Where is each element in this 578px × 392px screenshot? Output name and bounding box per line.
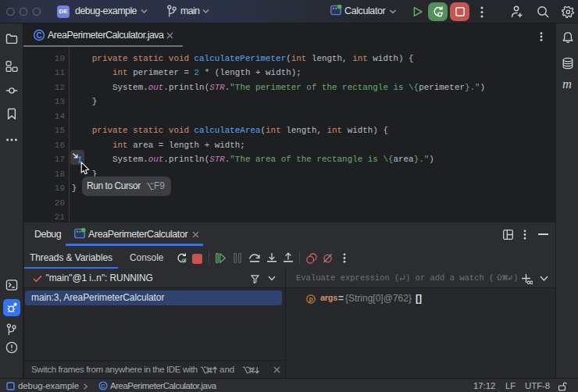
- svg-text:C: C: [101, 383, 105, 390]
- svg-text:C: C: [36, 31, 41, 40]
- svg-text:p: p: [309, 295, 312, 303]
